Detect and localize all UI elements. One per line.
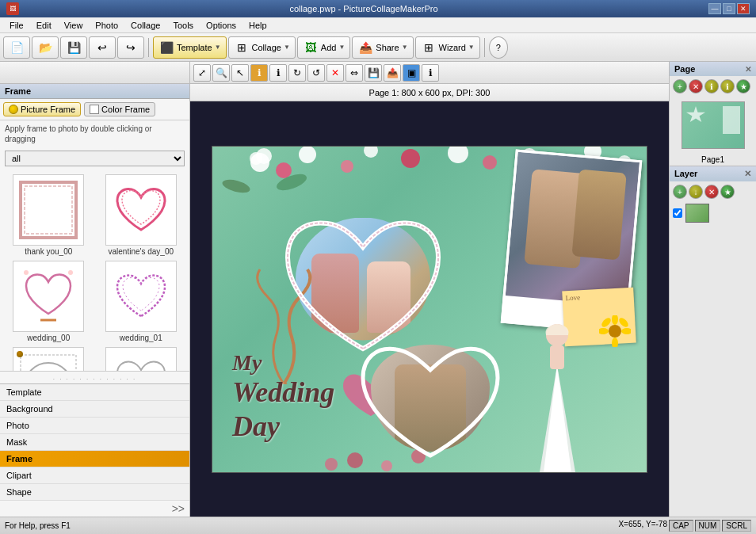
delete-layer-button[interactable]: ✕ bbox=[704, 185, 719, 199]
list-item[interactable]: thank you_00 bbox=[5, 174, 93, 256]
new-icon: 📄 bbox=[9, 40, 25, 55]
frame-label-2: valentine's day_00 bbox=[108, 247, 174, 256]
menu-collage[interactable]: Collage bbox=[124, 19, 166, 32]
picture-frame-tab[interactable]: Picture Frame bbox=[3, 102, 81, 116]
wizard-icon: ⊞ bbox=[421, 40, 437, 55]
num-indicator: NUM bbox=[695, 520, 721, 532]
tab-frame[interactable]: Frame bbox=[0, 451, 189, 467]
new-button[interactable]: 📄 bbox=[3, 36, 30, 59]
undo-icon: ↩ bbox=[94, 40, 110, 55]
content-area: Frame Picture Frame Color Frame Apply fr… bbox=[0, 62, 756, 517]
canvas-toolbar: ⤢ 🔍 ↖ ℹ ℹ ↻ ↺ ✕ ⇔ 💾 📤 ▣ ℹ bbox=[190, 62, 669, 84]
help-button[interactable]: ? bbox=[489, 36, 508, 59]
collage-icon: ⊞ bbox=[234, 40, 250, 55]
rotate-right-button[interactable]: ↻ bbox=[288, 64, 306, 82]
page-thumbnail[interactable] bbox=[682, 101, 745, 149]
list-item[interactable]: wedding_01 bbox=[97, 261, 185, 342]
expand-button[interactable]: >> bbox=[0, 501, 189, 517]
layer-down-button[interactable]: ↓ bbox=[689, 185, 703, 199]
page-star-button[interactable]: ★ bbox=[736, 79, 750, 93]
share-icon: 📤 bbox=[357, 40, 373, 55]
list-item[interactable]: wedding_00 bbox=[5, 261, 93, 342]
bride-figure bbox=[528, 318, 587, 472]
wizard-label: Wizard bbox=[439, 43, 466, 52]
status-right: X=655, Y=-78 CAP NUM SCRL bbox=[618, 520, 751, 532]
menu-help[interactable]: Help bbox=[242, 19, 273, 32]
zoom-button[interactable]: 🔍 bbox=[212, 64, 230, 82]
help-label: ? bbox=[496, 43, 501, 52]
layer-star-button[interactable]: ★ bbox=[720, 185, 735, 199]
frame-filter-select[interactable]: all wedding valentine birthday holiday bbox=[5, 151, 185, 166]
share-dropdown-arrow: ▼ bbox=[402, 44, 408, 51]
flip-button[interactable]: ⇔ bbox=[346, 64, 363, 82]
tab-template[interactable]: Template bbox=[0, 384, 189, 401]
svg-point-5 bbox=[25, 363, 72, 371]
add-page-button[interactable]: + bbox=[673, 79, 687, 93]
minimize-button[interactable]: — bbox=[708, 3, 721, 14]
menu-options[interactable]: Options bbox=[200, 19, 242, 32]
delete-page-button[interactable]: ✕ bbox=[689, 79, 703, 93]
page-panel-close[interactable]: ✕ bbox=[745, 65, 751, 74]
menu-edit[interactable]: Edit bbox=[30, 19, 58, 32]
window-controls[interactable]: — □ ✕ bbox=[708, 3, 750, 14]
fit-button[interactable]: ⤢ bbox=[193, 64, 211, 82]
right-panel: Page ✕ + ✕ ℹ ℹ ★ Page1 Layer ✕ bbox=[669, 62, 756, 517]
color-frame-tab[interactable]: Color Frame bbox=[84, 102, 155, 116]
list-item[interactable]: valentine's day_00 bbox=[97, 174, 185, 256]
open-button[interactable]: 📂 bbox=[32, 36, 59, 59]
info1-button[interactable]: ℹ bbox=[250, 64, 268, 82]
layer-visible-checkbox[interactable] bbox=[673, 208, 682, 218]
wizard-dropdown-arrow: ▼ bbox=[468, 44, 475, 51]
layer-panel-close[interactable]: ✕ bbox=[744, 169, 751, 179]
maximize-button[interactable]: □ bbox=[723, 3, 735, 14]
page-info-button[interactable]: ℹ bbox=[704, 79, 719, 93]
save-button[interactable]: 💾 bbox=[60, 36, 87, 59]
save2-button[interactable]: 💾 bbox=[365, 64, 382, 82]
select-button[interactable]: ↖ bbox=[231, 64, 249, 82]
color-frame-icon bbox=[90, 105, 99, 114]
svg-point-3 bbox=[24, 270, 29, 275]
delete-button[interactable]: ✕ bbox=[326, 64, 344, 82]
menu-file[interactable]: File bbox=[3, 19, 30, 32]
tab-background[interactable]: Background bbox=[0, 401, 189, 418]
scrl-indicator: SCRL bbox=[722, 520, 751, 532]
canvas-wrapper[interactable]: Love bbox=[190, 101, 669, 517]
redo-button[interactable]: ↪ bbox=[117, 36, 144, 59]
tab-clipart[interactable]: Clipart bbox=[0, 467, 189, 484]
info2-button[interactable]: ℹ bbox=[269, 64, 287, 82]
collage-dropdown-arrow: ▼ bbox=[284, 44, 290, 51]
wizard-button[interactable]: ⊞ Wizard ▼ bbox=[415, 36, 480, 59]
template-button[interactable]: ⬛ Template ▼ bbox=[153, 36, 227, 59]
page-info2-button[interactable]: ℹ bbox=[720, 79, 735, 93]
app-title: collage.pwp - PictureCollageMakerPro bbox=[19, 4, 708, 13]
add-button[interactable]: 🖼 Add ▼ bbox=[297, 36, 351, 59]
menu-tools[interactable]: Tools bbox=[166, 19, 200, 32]
close-button[interactable]: ✕ bbox=[737, 3, 750, 14]
app-icon: 🖼 bbox=[6, 2, 19, 15]
template-icon: ⬛ bbox=[158, 40, 174, 55]
main-toolbar: 📄 📂 💾 ↩ ↪ ⬛ Template ▼ ⊞ Collage ▼ 🖼 Add… bbox=[0, 33, 756, 62]
canvas-toolbar bbox=[0, 62, 189, 84]
menu-photo[interactable]: Photo bbox=[89, 19, 124, 32]
list-item[interactable] bbox=[97, 347, 185, 371]
tab-photo[interactable]: Photo bbox=[0, 418, 189, 434]
view-button[interactable]: ▣ bbox=[403, 64, 420, 82]
heart-frame-small bbox=[351, 321, 510, 467]
export-button[interactable]: 📤 bbox=[384, 64, 401, 82]
frame-preview-2 bbox=[105, 174, 177, 246]
undo-button[interactable]: ↩ bbox=[89, 36, 116, 59]
frame-hint: Apply frame to photo by double clicking … bbox=[0, 120, 189, 147]
tab-shape[interactable]: Shape bbox=[0, 484, 189, 501]
tab-mask[interactable]: Mask bbox=[0, 434, 189, 451]
share-button[interactable]: 📤 Share ▼ bbox=[352, 36, 413, 59]
redo-icon: ↪ bbox=[123, 40, 139, 55]
info3-button[interactable]: ℹ bbox=[422, 64, 439, 82]
list-item[interactable] bbox=[5, 347, 93, 371]
rotate-left-button[interactable]: ↺ bbox=[307, 64, 325, 82]
collage-button[interactable]: ⊞ Collage ▼ bbox=[228, 36, 296, 59]
collage-label: Collage bbox=[252, 43, 281, 52]
menu-view[interactable]: View bbox=[58, 19, 90, 32]
menu-bar: File Edit View Photo Collage Tools Optio… bbox=[0, 17, 756, 33]
add-layer-button[interactable]: + bbox=[673, 185, 687, 199]
canvas-info-bar: Page 1: 800 x 600 px, DPI: 300 bbox=[190, 84, 669, 101]
